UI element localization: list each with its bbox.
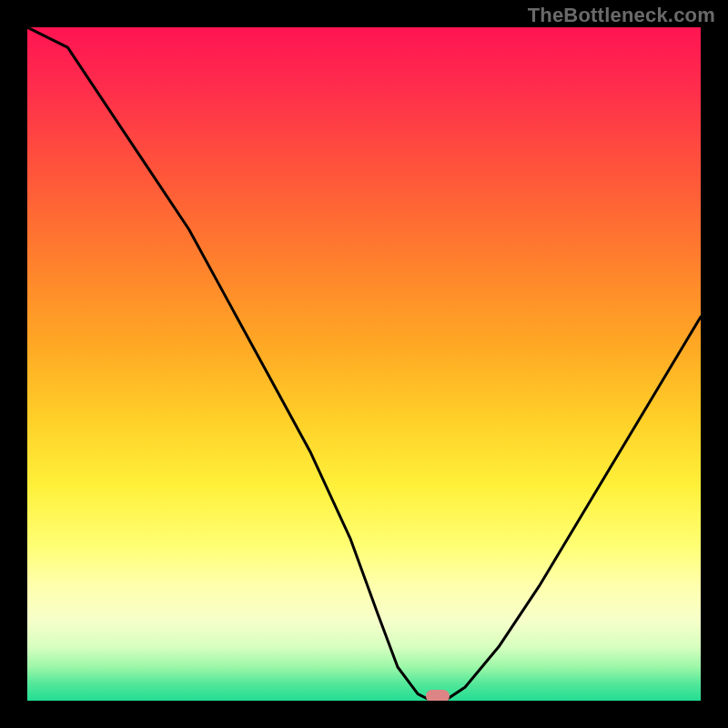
plot-area xyxy=(27,27,701,701)
chart-frame: TheBottleneck.com xyxy=(0,0,728,728)
bottleneck-curve xyxy=(27,27,701,701)
curve-path xyxy=(27,27,701,701)
sweet-spot-marker xyxy=(426,690,450,701)
watermark-text: TheBottleneck.com xyxy=(528,4,715,27)
